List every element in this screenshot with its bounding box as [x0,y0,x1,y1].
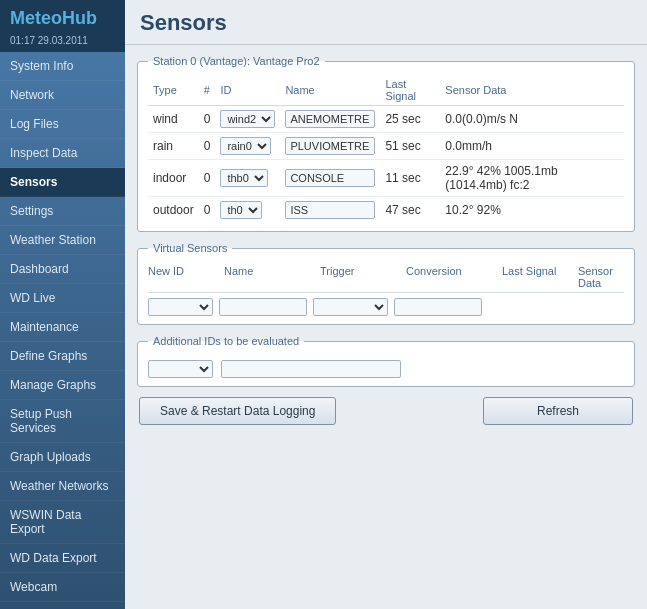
vs-col-conversion: Conversion [406,265,496,289]
sensor-data-value: 0.0mm/h [440,133,624,160]
additional-ids-row [148,360,624,378]
sidebar-item-inspect-data[interactable]: Inspect Data [0,139,125,168]
vs-col-sensordata: Sensor Data [578,265,624,289]
sidebar-item-wswin-export[interactable]: WSWIN Data Export [0,501,125,544]
sensor-id-select[interactable]: rain0 [220,137,271,155]
sidebar-item-system-info[interactable]: System Info [0,52,125,81]
sensor-number: 0 [199,133,216,160]
sidebar-item-define-graphs[interactable]: Define Graphs [0,342,125,371]
sensor-name-cell [280,160,380,197]
sensor-number: 0 [199,106,216,133]
col-header-type: Type [148,75,199,106]
vs-col-newid: New ID [148,265,218,289]
refresh-button[interactable]: Refresh [483,397,633,425]
sensor-last-signal: 51 sec [380,133,440,160]
sidebar: MeteoHub 01:17 29.03.2011 System Info Ne… [0,0,125,609]
sensor-type: indoor [148,160,199,197]
sensor-name-input[interactable] [285,201,375,219]
app-logo: MeteoHub [0,0,125,33]
col-header-last-signal: Last Signal [380,75,440,106]
button-row: Save & Restart Data Logging Refresh [137,397,635,425]
table-row: wind 0 wind2 wind0 wind1 25 sec [148,106,624,133]
sensor-last-signal: 25 sec [380,106,440,133]
sensor-id-cell: wind2 wind0 wind1 [215,106,280,133]
table-row: rain 0 rain0 51 sec 0.0mm/h [148,133,624,160]
sensor-table: Type # ID Name Last Signal Sensor Data w… [148,75,624,223]
sensor-name-input[interactable] [285,137,375,155]
station-legend: Station 0 (Vantage): Vantage Pro2 [148,55,325,67]
sensor-data-value: 22.9° 42% 1005.1mb (1014.4mb) fc:2 [440,160,624,197]
sidebar-item-license[interactable]: License [0,602,125,609]
page-title: Sensors [140,10,632,36]
save-restart-button[interactable]: Save & Restart Data Logging [139,397,336,425]
sidebar-item-weather-networks[interactable]: Weather Networks [0,472,125,501]
sidebar-item-network[interactable]: Network [0,81,125,110]
sensor-id-select[interactable]: thb0 [220,169,268,187]
sidebar-item-weather-station[interactable]: Weather Station [0,226,125,255]
virtual-sensors-row [148,298,624,316]
vs-conversion-input[interactable] [394,298,482,316]
sensor-name-cell [280,197,380,224]
sensor-number: 0 [199,160,216,197]
content-area: Station 0 (Vantage): Vantage Pro2 Type #… [125,45,647,609]
sidebar-item-wd-live[interactable]: WD Live [0,284,125,313]
sensor-number: 0 [199,197,216,224]
sensor-name-cell [280,106,380,133]
sidebar-item-maintenance[interactable]: Maintenance [0,313,125,342]
col-header-name: Name [280,75,380,106]
vs-col-lastsig: Last Signal [502,265,572,289]
sidebar-item-dashboard[interactable]: Dashboard [0,255,125,284]
vs-col-name: Name [224,265,314,289]
virtual-sensors-legend: Virtual Sensors [148,242,232,254]
sidebar-item-setup-push[interactable]: Setup Push Services [0,400,125,443]
sensor-id-cell: thb0 [215,160,280,197]
col-header-number: # [199,75,216,106]
sidebar-item-log-files[interactable]: Log Files [0,110,125,139]
sidebar-item-webcam[interactable]: Webcam [0,573,125,602]
logo-hub: Hub [62,8,97,28]
sensor-type: wind [148,106,199,133]
sensor-last-signal: 11 sec [380,160,440,197]
sidebar-item-sensors[interactable]: Sensors [0,168,125,197]
sensor-id-select[interactable]: wind2 wind0 wind1 [220,110,275,128]
sidebar-item-settings[interactable]: Settings [0,197,125,226]
col-header-id: ID [215,75,280,106]
sensor-name-input[interactable] [285,169,375,187]
sensor-data-value: 0.0(0.0)m/s N [440,106,624,133]
main-content: Sensors Station 0 (Vantage): Vantage Pro… [125,0,647,609]
sidebar-time: 01:17 29.03.2011 [0,33,125,52]
sensor-id-cell: rain0 [215,133,280,160]
sidebar-item-manage-graphs[interactable]: Manage Graphs [0,371,125,400]
virtual-sensors-header: New ID Name Trigger Conversion Last Sign… [148,262,624,293]
sidebar-item-wd-export[interactable]: WD Data Export [0,544,125,573]
virtual-sensors-fieldset: Virtual Sensors New ID Name Trigger Conv… [137,242,635,325]
sensor-data-value: 10.2° 92% [440,197,624,224]
sensor-id-select[interactable]: th0 [220,201,262,219]
sensor-type: rain [148,133,199,160]
station-fieldset: Station 0 (Vantage): Vantage Pro2 Type #… [137,55,635,232]
table-row: outdoor 0 th0 47 sec 10.2° 92% [148,197,624,224]
additional-ids-fieldset: Additional IDs to be evaluated [137,335,635,387]
sensor-last-signal: 47 sec [380,197,440,224]
additional-id-input[interactable] [221,360,401,378]
sensor-id-cell: th0 [215,197,280,224]
logo-meteo: Meteo [10,8,62,28]
table-row: indoor 0 thb0 11 sec 22.9° 42% 1005.1mb … [148,160,624,197]
sensor-type: outdoor [148,197,199,224]
additional-id-select[interactable] [148,360,213,378]
page-header: Sensors [125,0,647,45]
col-header-sensor-data: Sensor Data [440,75,624,106]
vs-new-id-select[interactable] [148,298,213,316]
sensor-name-input[interactable] [285,110,375,128]
vs-trigger-select[interactable] [313,298,388,316]
sensor-name-cell [280,133,380,160]
additional-ids-legend: Additional IDs to be evaluated [148,335,304,347]
vs-col-trigger: Trigger [320,265,400,289]
vs-name-input[interactable] [219,298,307,316]
sidebar-item-graph-uploads[interactable]: Graph Uploads [0,443,125,472]
